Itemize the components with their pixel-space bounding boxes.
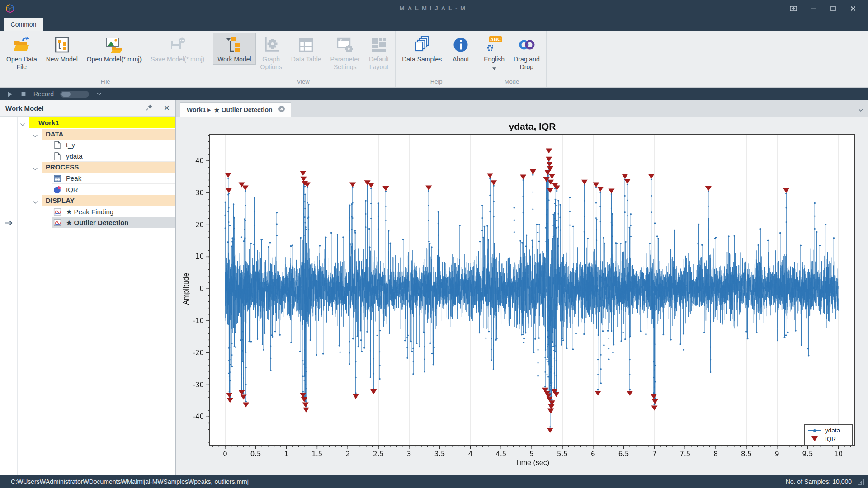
legend-entry-iqr: IQR — [808, 435, 849, 443]
line-dot-swatch-icon — [808, 430, 821, 431]
work-model-panel: Work Model ✕ Work1DATAt_yydataPROCESS Pe… — [0, 100, 176, 475]
work-model-tree: Work1DATAt_yydataPROCESS PeakIQRDISPLAY … — [0, 117, 175, 475]
document-tab-bar: Work1► ★ Outlier Detection — [176, 100, 868, 117]
work-model-panel-header: Work Model ✕ — [0, 100, 175, 117]
work-model-icon — [225, 36, 243, 54]
ribbon-button-label: About — [453, 56, 469, 63]
ribbon-button-data-table: Data Table — [287, 33, 326, 65]
status-bar: C:₩Users₩Administrator₩Documents₩Malmija… — [0, 475, 868, 488]
ribbon-group-label: Help — [397, 77, 475, 87]
legend-entry-ydata: ydata — [808, 426, 849, 435]
close-icon[interactable] — [848, 4, 858, 14]
ribbon-group-help: Data SamplesAboutHelp — [396, 31, 477, 87]
main-area: Work Model ✕ Work1DATAt_yydataPROCESS Pe… — [0, 100, 868, 475]
chart-panel: ydata, IQR Time (sec) Amplitude ydata IQ… — [176, 117, 868, 475]
default-layout-icon — [370, 36, 388, 54]
tree-item-label: PROCESS — [46, 163, 79, 171]
signal-plot-canvas — [176, 117, 868, 475]
tree-item-label: Peak — [66, 174, 81, 182]
ribbon-button-label: Data Samples — [402, 56, 442, 63]
pin-icon[interactable] — [146, 104, 153, 113]
record-toggle[interactable] — [60, 91, 89, 98]
tree-item-data[interactable]: DATA — [0, 129, 175, 140]
tree-item-t_y[interactable]: t_y — [0, 140, 175, 151]
ribbon-button-parameter-settings: Parameter Settings — [326, 33, 364, 72]
ribbon-group-mode: ABC EnglishDrag and DropMode — [477, 31, 547, 87]
doc-icon — [53, 152, 61, 160]
ribbon-button-data-samples[interactable]: Data Samples — [397, 33, 446, 65]
drag-and-drop-icon — [518, 36, 536, 54]
ribbon-button-label: Work Model — [217, 56, 251, 63]
fullscreen-icon[interactable] — [788, 4, 798, 14]
tab-list-caret-icon[interactable] — [858, 106, 863, 114]
y-axis-label: Amplitude — [182, 262, 190, 316]
ribbon-button-new-model[interactable]: New Model — [42, 33, 82, 65]
triangle-down-swatch-icon — [808, 436, 821, 441]
minimize-icon[interactable] — [808, 4, 818, 14]
parameter-settings-icon — [336, 36, 354, 54]
tree-item-outlier-detection[interactable]: ★ Outlier Detection — [0, 217, 175, 229]
tree-collapse-caret-icon[interactable] — [33, 164, 38, 172]
tree-item-label: ydata — [66, 152, 83, 160]
open-model-icon — [105, 36, 123, 54]
ribbon-button-open-data-file[interactable]: Open Data File — [2, 33, 42, 72]
doc-icon — [53, 141, 61, 149]
document-area: Work1► ★ Outlier Detection ydata, IQR Ti… — [176, 100, 868, 475]
tree-item-ydata[interactable]: ydata — [0, 151, 175, 162]
window-title: MALMIJAL-M — [0, 5, 868, 12]
tab-close-icon[interactable] — [278, 105, 285, 114]
tree-collapse-caret-icon[interactable] — [33, 198, 38, 206]
tree-item-peak-finding[interactable]: ★ Peak Finding — [0, 206, 175, 218]
maximize-icon[interactable] — [828, 4, 838, 14]
ribbon-button-label: Drag and Drop — [514, 56, 540, 71]
ribbon-button-default-layout: Default Layout — [364, 33, 393, 72]
ribbon-button-about[interactable]: About — [446, 33, 475, 65]
tab-common[interactable]: Common — [4, 18, 43, 31]
ribbon-tab-row: Common — [0, 17, 868, 31]
tree-item-label: t_y — [66, 141, 75, 149]
tree-collapse-caret-icon[interactable] — [33, 131, 38, 139]
pie-icon — [53, 186, 61, 194]
tree-item-label: IQR — [66, 186, 78, 193]
tree-item-work1[interactable]: Work1 — [0, 117, 175, 129]
ribbon-button-label: Graph Options — [260, 56, 282, 71]
panel-close-icon[interactable]: ✕ — [164, 104, 170, 112]
new-model-icon — [53, 36, 71, 54]
record-label: Record — [33, 90, 54, 98]
ribbon-button-label: Default Layout — [369, 56, 389, 71]
current-item-arrow-icon — [4, 220, 14, 225]
stop-icon[interactable] — [20, 90, 27, 98]
ribbon-button-graph-options: Graph Options — [256, 33, 287, 72]
tree-item-peak[interactable]: Peak — [0, 173, 175, 184]
tree-item-process[interactable]: PROCESS — [0, 162, 175, 173]
svg-text:ABC: ABC — [490, 37, 501, 42]
ribbon-group-label: Mode — [479, 77, 544, 87]
ribbon-button-label: Open Data File — [6, 56, 37, 71]
ribbon-group-label: File — [2, 77, 209, 87]
ribbon-group-view: Work Model Graph Options Data Table Para… — [211, 31, 396, 87]
tree-item-label: DISPLAY — [46, 197, 75, 204]
tree-item-label: Work1 — [38, 119, 59, 127]
ribbon-button-drag-and-drop[interactable]: Drag and Drop — [509, 33, 544, 72]
toggle-knob — [61, 92, 71, 97]
save-model-icon — [169, 36, 187, 54]
tree-item-label: ★ Outlier Detection — [66, 219, 128, 227]
tree-item-display[interactable]: DISPLAY — [0, 195, 175, 206]
ribbon-button-open-model[interactable]: Open Model(*.mmj) — [82, 33, 146, 65]
chart-legend: ydata IQR — [804, 424, 853, 446]
ribbon-button-english[interactable]: ABC English — [479, 33, 509, 73]
ribbon-button-label: Parameter Settings — [330, 56, 360, 71]
dropdown-caret-icon[interactable] — [95, 90, 103, 98]
calc-icon — [53, 174, 61, 183]
ribbon-button-work-model[interactable]: Work Model — [213, 33, 255, 65]
data-samples-icon — [413, 36, 431, 54]
play-icon[interactable] — [6, 90, 14, 98]
tree-collapse-caret-icon[interactable] — [20, 120, 25, 128]
open-data-file-icon — [13, 36, 31, 54]
tab-outlier-detection[interactable]: Work1► ★ Outlier Detection — [180, 102, 291, 117]
titlebar: MALMIJAL-M — [0, 0, 868, 17]
tree-item-iqr[interactable]: IQR — [0, 184, 175, 196]
resize-grip[interactable] — [858, 479, 864, 485]
ribbon-button-label: Data Table — [291, 56, 321, 63]
ribbon-button-label: Save Model(*.mmj) — [151, 56, 204, 63]
